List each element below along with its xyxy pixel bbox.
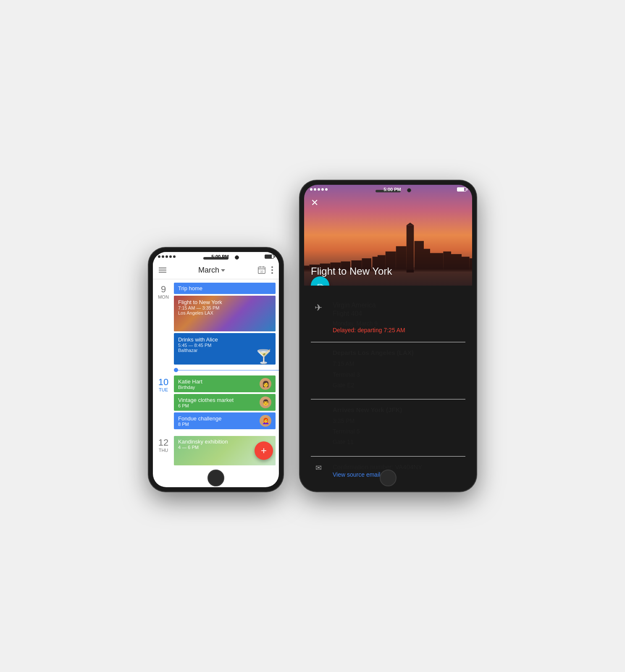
arrives-section: Arrives New York (JFK) 3:35 PM Terminal … (333, 406, 465, 448)
drinks-title: Drinks with Alice (178, 336, 271, 343)
day-number-9: 9 (153, 284, 174, 294)
fondue-time: 8 PM (178, 422, 221, 427)
day-number-12: 12 (153, 438, 174, 448)
event-trip-home[interactable]: Trip home (174, 283, 276, 294)
home-button-1[interactable] (207, 470, 224, 486)
departs-time: 7:15 AM (333, 360, 354, 367)
today-indicator-line (153, 368, 279, 372)
toolbar-icons: 10 (257, 265, 273, 275)
phones-container: 5:00 PM March (149, 181, 476, 491)
confirmation-number: Confirmation number: VA404NY (333, 463, 422, 470)
day-section-10: 10 Tue Katie Hart Birthday 👩 (153, 372, 279, 433)
speaker-1 (203, 257, 228, 260)
departs-terminal: Terminal 3 (333, 371, 360, 378)
flight-date: Monday, March 9 (333, 320, 465, 327)
event-drinks[interactable]: Drinks with Alice 5:45 — 8:45 PM Balthaz… (174, 333, 276, 365)
status-time-2: 5:00 PM (383, 187, 401, 192)
airline-info-row: ✈ Virgin America Flight 404 Monday, Marc… (311, 298, 465, 333)
day-section-9: 9 Mon Trip home Flight to New York 7:15 … (153, 279, 279, 368)
departs-details: 7:15 AM Terminal 3 Gate E2 (333, 359, 465, 391)
status-bar-1: 5:00 PM (153, 252, 279, 261)
phone-1-screen: 5:00 PM March (153, 252, 279, 487)
birthday-title: Katie Hart (178, 378, 202, 385)
divider-2 (311, 399, 465, 399)
signal-dots (158, 255, 176, 258)
phone-1-calendar: 5:00 PM March (149, 248, 283, 491)
day-events-9: Trip home Flight to New York 7:15 AM — 3… (174, 283, 279, 365)
flight-time: 7:15 AM — 3:35 PM (178, 305, 271, 310)
camera-1 (235, 255, 239, 260)
flight-delayed-status: Delayed: departing 7:25 AM (333, 327, 465, 333)
phone-2-flight: 5:00 PM (300, 181, 476, 491)
day-label-9: 9 Mon (153, 283, 174, 365)
svg-marker-7 (407, 223, 414, 225)
departs-gate: Gate E2 (333, 382, 354, 388)
arrives-gate: Gate 11 (333, 438, 354, 445)
phone-2-screen: 5:00 PM (304, 185, 472, 487)
day-name-10: Tue (153, 387, 174, 392)
event-fondue[interactable]: Fondue challenge 8 PM 👩‍🦰 (174, 412, 276, 429)
calendar-icon[interactable]: 10 (257, 265, 266, 275)
svg-rect-6 (407, 225, 414, 273)
flight-detail-body: ✈ Virgin America Flight 404 Monday, Marc… (304, 286, 472, 485)
birthday-subtitle: Birthday (178, 385, 202, 390)
event-vintage[interactable]: Vintage clothes market 6 PM 👨 (174, 394, 276, 411)
more-options-icon[interactable] (271, 266, 273, 274)
day-name-9: Mon (153, 294, 174, 299)
day-name-12: Thu (153, 448, 174, 453)
avatar-vintage: 👨 (260, 396, 271, 408)
close-button[interactable]: ✕ (311, 197, 318, 208)
svg-rect-14 (443, 252, 451, 270)
vintage-title: Vintage clothes market (178, 397, 234, 403)
divider-3 (311, 456, 465, 457)
fab-add-event-button[interactable]: + (255, 441, 273, 460)
flight-number: Flight 404 (333, 310, 465, 318)
view-email-link[interactable]: View source email (333, 471, 422, 478)
svg-rect-10 (424, 249, 430, 270)
svg-rect-8 (415, 241, 424, 270)
flight-location: Los Angeles LAX (178, 310, 271, 315)
status-bar-2: 5:00 PM (304, 185, 472, 194)
calendar-title[interactable]: March (198, 266, 225, 275)
airplane-icon: ✈ (311, 301, 326, 333)
battery-2 (457, 187, 466, 192)
svg-rect-9 (396, 246, 407, 270)
signal-dots-2 (310, 188, 328, 191)
divider-1 (311, 342, 465, 342)
avatar-katie: 👩 (260, 378, 271, 390)
flight-hero-title: Flight to New York (311, 265, 392, 277)
battery-1 (265, 255, 274, 259)
drinks-location: Balthazar (178, 348, 271, 353)
calendar-toolbar: March 10 (153, 261, 279, 279)
dropdown-arrow-icon (221, 269, 225, 272)
departs-title: Departs Los Angeles (LAX) (333, 349, 465, 356)
hamburger-menu-icon[interactable] (159, 268, 166, 273)
event-flight[interactable]: Flight to New York 7:15 AM — 3:35 PM Los… (174, 296, 276, 331)
flight-hero: ✕ Flight to New York ✏ (304, 185, 472, 286)
day-label-10: 10 Tue (153, 375, 174, 429)
airline-name: Virgin America (333, 301, 465, 310)
svg-text:10: 10 (260, 270, 263, 273)
day-number-10: 10 (153, 377, 174, 387)
email-icon: ✉ (311, 463, 326, 472)
day-label-12: 12 Thu (153, 436, 174, 465)
vintage-time: 6 PM (178, 403, 234, 408)
departs-section: Departs Los Angeles (LAX) 7:15 AM Termin… (333, 349, 465, 391)
home-button-2[interactable] (380, 470, 397, 486)
drinks-time: 5:45 — 8:45 PM (178, 343, 271, 348)
arrives-terminal: Terminal 5 (333, 428, 360, 435)
event-birthday[interactable]: Katie Hart Birthday 👩 (174, 375, 276, 392)
flight-title: Flight to New York (178, 299, 271, 305)
arrives-title: Arrives New York (JFK) (333, 406, 465, 413)
month-label: March (198, 266, 219, 275)
fondue-title: Fondue challenge (178, 415, 221, 422)
avatar-fondue: 👩‍🦰 (260, 415, 271, 427)
day-events-10: Katie Hart Birthday 👩 Vintage clothes ma… (174, 375, 279, 429)
arrives-time: 3:35 PM (333, 417, 355, 424)
arrives-details: 3:35 PM Terminal 5 Gate 11 (333, 416, 465, 448)
